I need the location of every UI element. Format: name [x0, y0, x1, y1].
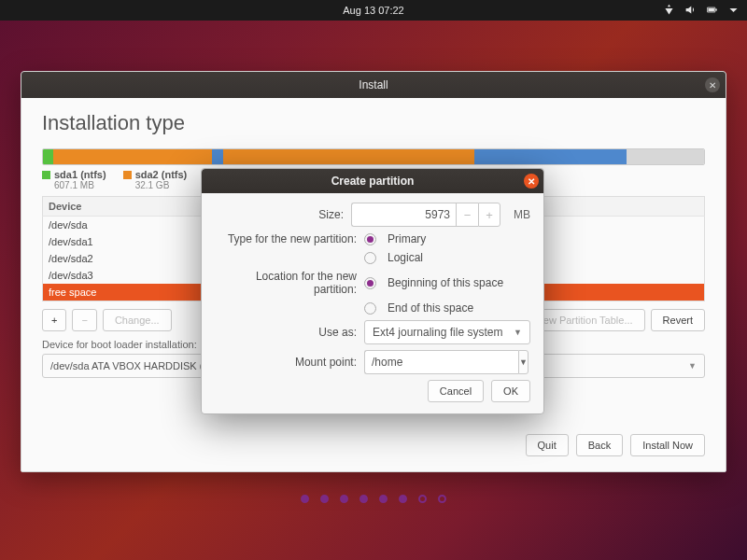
- mountpoint-label: Mount point:: [215, 356, 364, 369]
- size-increment-button[interactable]: +: [478, 203, 500, 227]
- size-unit: MB: [514, 208, 530, 221]
- quit-button[interactable]: Quit: [526, 434, 569, 456]
- dialog-titlebar: Create partition ✕: [202, 169, 543, 193]
- progress-dots: [301, 495, 446, 503]
- add-partition-button[interactable]: +: [42, 309, 66, 331]
- top-panel: Aug 13 07:22: [0, 0, 747, 21]
- install-now-button[interactable]: Install Now: [630, 434, 705, 456]
- revert-button[interactable]: Revert: [651, 309, 705, 331]
- close-icon[interactable]: ✕: [705, 77, 720, 92]
- page-title: Installation type: [42, 111, 705, 135]
- network-icon[interactable]: [663, 4, 675, 18]
- radio-primary[interactable]: [364, 233, 376, 245]
- clock: Aug 13 07:22: [343, 5, 403, 16]
- back-button[interactable]: Back: [576, 434, 623, 456]
- remove-partition-button: −: [72, 309, 96, 331]
- chevron-down-icon[interactable]: [727, 4, 740, 18]
- cancel-button[interactable]: Cancel: [428, 380, 484, 402]
- mountpoint-input[interactable]: [364, 350, 518, 374]
- close-icon[interactable]: ✕: [524, 174, 539, 189]
- useas-label: Use as:: [215, 326, 364, 339]
- radio-end[interactable]: [364, 302, 376, 315]
- partition-type-label: Type for the new partition:: [215, 232, 364, 245]
- mountpoint-dropdown-button[interactable]: ▼: [518, 350, 529, 374]
- chevron-down-icon: ▼: [514, 328, 522, 337]
- chevron-down-icon: ▼: [688, 361, 697, 371]
- size-decrement-button[interactable]: −: [456, 203, 478, 227]
- radio-beginning[interactable]: [364, 277, 376, 289]
- location-label: Location for the new partition:: [215, 270, 364, 296]
- svg-rect-0: [708, 7, 714, 10]
- useas-select[interactable]: Ext4 journaling file system ▼: [364, 320, 530, 344]
- size-input[interactable]: [351, 203, 456, 227]
- change-partition-button: Change...: [103, 309, 172, 331]
- ok-button[interactable]: OK: [491, 380, 530, 402]
- sound-icon[interactable]: [684, 4, 697, 18]
- radio-logical[interactable]: [364, 252, 376, 264]
- size-label: Size:: [215, 208, 351, 221]
- battery-icon[interactable]: [706, 4, 718, 18]
- titlebar: Install ✕: [21, 72, 726, 98]
- tray-icons: [663, 4, 740, 18]
- dialog-title: Create partition: [331, 175, 415, 188]
- disk-usage-bar: [42, 148, 705, 165]
- create-partition-dialog: Create partition ✕ Size: − + MB Type for…: [201, 168, 544, 414]
- window-title: Install: [359, 78, 388, 91]
